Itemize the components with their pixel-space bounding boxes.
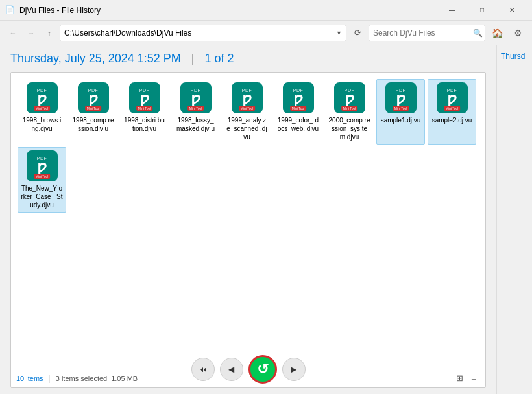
djvu-icon: PDF Ƿ Mini Tool [27,82,58,113]
content-area: Thursday, July 25, 2024 1:52 PM | 1 of 2… [0,45,496,394]
file-name: The_New_Y orker_Case _Study.djvu [21,184,63,209]
settings-button[interactable]: ⚙ [509,24,527,42]
window-title: DjVu Files - File History [19,6,437,15]
file-name: 1998_comp ression.djv u [72,116,114,133]
file-name: sample2.dj vu [432,116,472,124]
djvu-icon: PDF Ƿ Mini Tool [129,82,160,113]
icon-minitool-badge: Mini Tool [239,106,256,111]
icon-pdf-label: PDF [345,88,355,93]
refresh-button[interactable]: ⟳ [349,25,366,41]
refresh-icon: ↺ [257,361,269,378]
home-button[interactable]: 🏠 [488,24,506,42]
icon-pdf-label: PDF [191,88,201,93]
app-icon: 📄 [5,5,16,16]
icon-minitool-badge: Mini Tool [85,106,102,111]
playback-controls: ⏮ ◀ ↺ ▶ [0,355,496,384]
date-text: Thursday, July 25, 2024 1:52 PM [10,52,181,65]
up-button[interactable]: ↑ [42,25,57,41]
address-path: C:\Users\charl\Downloads\DjVu Files [64,29,336,38]
djvu-icon: PDF Ƿ Mini Tool [78,82,109,113]
refresh-now-button[interactable]: ↺ [248,355,277,384]
page-info: 1 of 2 [205,52,234,65]
right-panel-text: Thursd [501,52,525,61]
file-name: 2000_comp ression_sys tem.djvu [328,116,370,141]
icon-minitool-badge: Mini Tool [393,106,409,111]
file-name: 1999_analy ze_scanned .djvu [226,116,268,141]
address-box[interactable]: C:\Users\charl\Downloads\DjVu Files ▼ [60,25,346,41]
icon-pdf-label: PDF [447,88,457,93]
search-input[interactable] [373,29,470,38]
main-area: Thursday, July 25, 2024 1:52 PM | 1 of 2… [0,45,532,394]
icon-pdf-label: PDF [396,88,406,93]
djvu-icon: PDF Ƿ Mini Tool [334,82,365,113]
file-item[interactable]: PDF Ƿ Mini Tool The_New_Y orker_Case _St… [18,147,66,213]
file-item[interactable]: PDF Ƿ Mini Tool 1998_brows ing.djvu [18,79,66,145]
icon-pdf-label: PDF [37,88,47,93]
file-item[interactable]: PDF Ƿ Mini Tool 1998_distri bution.djvu [120,79,169,145]
file-item[interactable]: PDF Ƿ Mini Tool sample2.dj vu [428,79,476,145]
icon-pdf-label: PDF [242,88,252,93]
next-button[interactable]: ▶ [282,358,306,381]
file-item[interactable]: PDF Ƿ Mini Tool 2000_comp ression_sys te… [325,79,374,145]
maximize-button[interactable]: □ [467,0,497,21]
file-item[interactable]: PDF Ƿ Mini Tool 1998_comp ression.djv u [69,79,117,145]
icon-minitool-badge: Mini Tool [34,174,51,179]
file-item[interactable]: PDF Ƿ Mini Tool 1998_lossy_ masked.djv u [171,79,220,145]
file-grid: PDF Ƿ Mini Tool 1998_brows ing.djvu PDF … [11,73,485,369]
file-item[interactable]: PDF Ƿ Mini Tool 1999_analy ze_scanned .d… [223,79,271,145]
icon-minitool-badge: Mini Tool [34,106,51,111]
file-name: 1999_color_ docs_web. djvu [277,116,319,133]
window-controls: — □ ✕ [437,0,527,21]
header-divider: | [191,52,195,65]
file-panel: PDF Ƿ Mini Tool 1998_brows ing.djvu PDF … [10,72,486,388]
djvu-icon: PDF Ƿ Mini Tool [437,82,468,113]
search-box[interactable]: 🔍 [369,25,485,41]
titlebar: 📄 DjVu Files - File History — □ ✕ [0,0,532,21]
skip-prev-button[interactable]: ⏮ [191,358,215,381]
file-item[interactable]: PDF Ƿ Mini Tool sample1.dj vu [376,79,425,145]
close-button[interactable]: ✕ [497,0,527,21]
djvu-icon: PDF Ƿ Mini Tool [385,82,417,113]
search-icon: 🔍 [473,29,483,38]
addressbar: ← → ↑ C:\Users\charl\Downloads\DjVu File… [0,21,532,45]
icon-minitool-badge: Mini Tool [136,106,153,111]
prev-button[interactable]: ◀ [220,358,243,381]
icon-minitool-badge: Mini Tool [187,106,204,111]
file-name: 1998_lossy_ masked.djv u [175,116,217,133]
file-name: 1998_brows ing.djvu [21,116,63,133]
address-dropdown-icon[interactable]: ▼ [336,30,342,36]
icon-pdf-label: PDF [293,88,304,93]
file-name: 1998_distri bution.djvu [123,116,165,133]
minimize-button[interactable]: — [437,0,467,21]
back-button[interactable]: ← [5,25,21,41]
icon-pdf-label: PDF [139,88,150,93]
icon-minitool-badge: Mini Tool [341,106,358,111]
djvu-icon: PDF Ƿ Mini Tool [283,82,314,113]
date-header: Thursday, July 25, 2024 1:52 PM | 1 of 2 [10,52,486,65]
file-item[interactable]: PDF Ƿ Mini Tool 1999_color_ docs_web. dj… [274,79,322,145]
djvu-icon: PDF Ƿ Mini Tool [180,82,212,113]
djvu-icon: PDF Ƿ Mini Tool [27,150,58,181]
right-panel: Thursd [496,45,532,394]
icon-pdf-label: PDF [88,88,99,93]
djvu-icon: PDF Ƿ Mini Tool [232,82,263,113]
icon-minitool-badge: Mini Tool [290,106,307,111]
icon-minitool-badge: Mini Tool [444,106,461,111]
forward-button[interactable]: → [23,25,39,41]
file-name: sample1.dj vu [381,116,421,124]
icon-pdf-label: PDF [37,156,47,161]
